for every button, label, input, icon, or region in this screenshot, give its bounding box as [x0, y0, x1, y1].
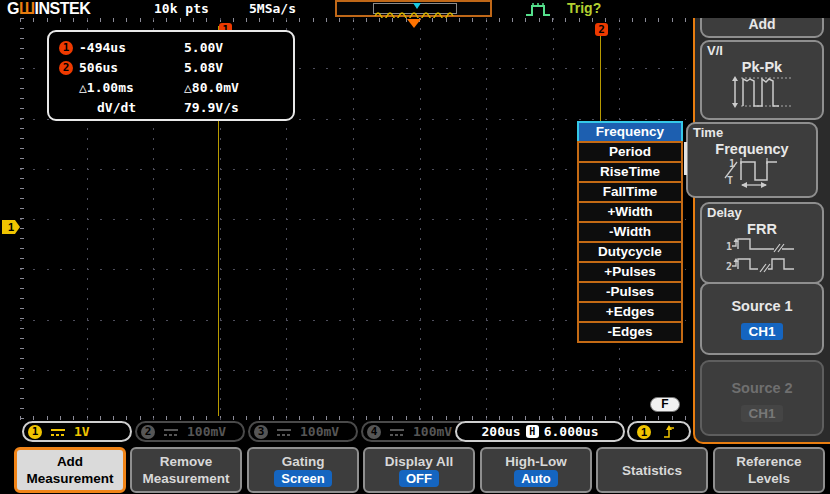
dvdt-value: 79.9V/s	[184, 100, 239, 115]
dropdown-item-pos-width[interactable]: +Width	[577, 201, 683, 223]
h-cursor2-line	[600, 26, 601, 122]
delta-row: △1.00ms △80.0mV	[59, 77, 285, 97]
dropdown-item-pos-edges[interactable]: +Edges	[577, 301, 683, 323]
channel4-scale: 100mV	[413, 424, 452, 439]
menu-label: Measurement	[26, 470, 113, 487]
svg-text:1: 1	[726, 241, 732, 252]
logo-g: G	[7, 0, 19, 17]
channel4-number-icon: 4	[367, 425, 381, 439]
dropdown-item-neg-pulses[interactable]: -Pulses	[577, 281, 683, 303]
menu-label: Levels	[748, 470, 790, 487]
pkpk-button[interactable]: V/I Pk-Pk	[700, 40, 824, 120]
source1-button[interactable]: Source 1 CH1	[700, 282, 824, 355]
channel2-number-icon: 2	[141, 425, 155, 439]
measurement-type-dropdown: Frequency Period RiseTime FallTime +Widt…	[577, 121, 683, 343]
trigger-position-marker	[407, 19, 421, 28]
menu-reference-levels[interactable]: Reference Levels	[713, 447, 825, 493]
dc-coupling-icon	[276, 427, 292, 437]
source2-label: Source 2	[702, 380, 822, 396]
dropdown-item-neg-width[interactable]: -Width	[577, 221, 683, 243]
horizontal-icon: H	[526, 425, 539, 438]
cursor1-voltage: 5.00V	[184, 40, 223, 55]
dropdown-item-risetime[interactable]: RiseTime	[577, 161, 683, 183]
source2-value-badge: CH1	[702, 404, 822, 422]
menu-label: Statistics	[622, 462, 682, 479]
delay-frr-button[interactable]: Delay FRR 1 2	[700, 202, 824, 284]
logo-w: Ш	[19, 0, 35, 17]
time-category-label: Time	[693, 125, 723, 140]
source2-button: Source 2 CH1	[700, 360, 824, 436]
delay-category-label: Delay	[707, 205, 742, 220]
channel3-number-icon: 3	[254, 425, 268, 439]
source1-value-badge: CH1	[702, 322, 822, 340]
svg-text:1: 1	[729, 158, 735, 169]
preview-waveform	[374, 9, 456, 18]
dropdown-item-neg-edges[interactable]: -Edges	[577, 321, 683, 343]
cursor2-voltage: 5.08V	[184, 60, 223, 75]
menu-value-badge: Screen	[274, 470, 331, 487]
frequency-label: Frequency	[688, 141, 816, 157]
dropdown-item-frequency[interactable]: Frequency	[577, 121, 683, 143]
channel3-scale: 100mV	[300, 424, 339, 439]
timebase-status-pill: 200us H 6.000us	[455, 421, 625, 442]
preview-trigger-marker	[413, 3, 421, 9]
menu-remove-measurement[interactable]: Remove Measurement	[130, 447, 242, 493]
cursor2-badge: 2	[59, 59, 79, 75]
time-frequency-button[interactable]: Time Frequency 1 T	[686, 122, 818, 198]
dc-coupling-icon	[50, 427, 66, 437]
menu-add-measurement[interactable]: Add Measurement	[14, 447, 126, 493]
channel1-status-pill: 1 1V	[22, 421, 132, 442]
dvdt-label: dV/dt	[79, 100, 184, 115]
dropdown-scrollbar[interactable]	[684, 142, 687, 175]
dropdown-item-period[interactable]: Period	[577, 141, 683, 163]
menu-statistics[interactable]: Statistics	[596, 447, 708, 493]
cursor1-row: 1 -494us 5.00V	[59, 37, 285, 57]
sample-rate: 5MSa/s	[249, 1, 296, 16]
grid-line	[20, 370, 686, 371]
cursor1-time: -494us	[79, 40, 184, 55]
menu-label: Remove	[160, 453, 213, 470]
pkpk-category-label: V/I	[707, 43, 723, 58]
gwinstek-logo: GШINSTEK	[7, 0, 90, 18]
channel1-scale: 1V	[74, 424, 90, 439]
trigger-type-pulse-icon	[524, 2, 556, 17]
delay-waveform-icon: 1 2	[702, 234, 822, 278]
rising-edge-icon	[663, 424, 676, 439]
dc-coupling-icon	[163, 427, 179, 437]
cursor1-badge: 1	[59, 39, 79, 55]
pkpk-label: Pk-Pk	[702, 59, 822, 75]
menu-high-low[interactable]: High-Low Auto	[480, 447, 592, 493]
menu-label: High-Low	[505, 453, 566, 470]
svg-text:2: 2	[726, 261, 732, 272]
menu-display-all[interactable]: Display All OFF	[363, 447, 475, 493]
delta-voltage: △80.0mV	[184, 80, 239, 95]
menu-value-badge: Auto	[514, 470, 558, 487]
frequency-waveform-icon: 1 T	[688, 156, 816, 192]
channel1-level-marker: 1	[2, 220, 20, 234]
h-cursor2-marker: 2	[595, 23, 608, 36]
cursor-readout-box: 1 -494us 5.00V 2 506us 5.08V △1.00ms △80…	[47, 30, 295, 121]
dropdown-item-dutycycle[interactable]: Dutycycle	[577, 241, 683, 263]
record-length: 10k pts	[154, 1, 209, 16]
trigger-source-icon: 1	[637, 425, 651, 439]
dropdown-item-pos-pulses[interactable]: +Pulses	[577, 261, 683, 283]
menu-label: Measurement	[142, 470, 229, 487]
dc-coupling-icon	[389, 427, 405, 437]
delta-time: △1.00ms	[79, 80, 184, 95]
source1-label: Source 1	[702, 298, 822, 314]
trigger-status-text: Trig?	[567, 0, 601, 16]
dropdown-item-falltime[interactable]: FallTime	[577, 181, 683, 203]
fine-adjust-indicator: F	[650, 397, 680, 412]
menu-value-badge: OFF	[399, 470, 439, 487]
channel1-number-icon: 1	[28, 425, 42, 439]
channel2-scale: 100mV	[187, 424, 226, 439]
logo-rest: INSTEK	[35, 0, 91, 17]
menu-label: Display All	[385, 453, 454, 470]
menu-gating[interactable]: Gating Screen	[247, 447, 359, 493]
menu-label: Reference	[736, 453, 801, 470]
pkpk-waveform-icon	[702, 74, 822, 114]
menu-label: Gating	[282, 453, 325, 470]
menu-label: Add	[57, 453, 83, 470]
side-menu-panel: Add V/I Pk-Pk Time Frequency 1 T	[693, 2, 830, 444]
trigger-status-pill: 1	[627, 421, 691, 442]
